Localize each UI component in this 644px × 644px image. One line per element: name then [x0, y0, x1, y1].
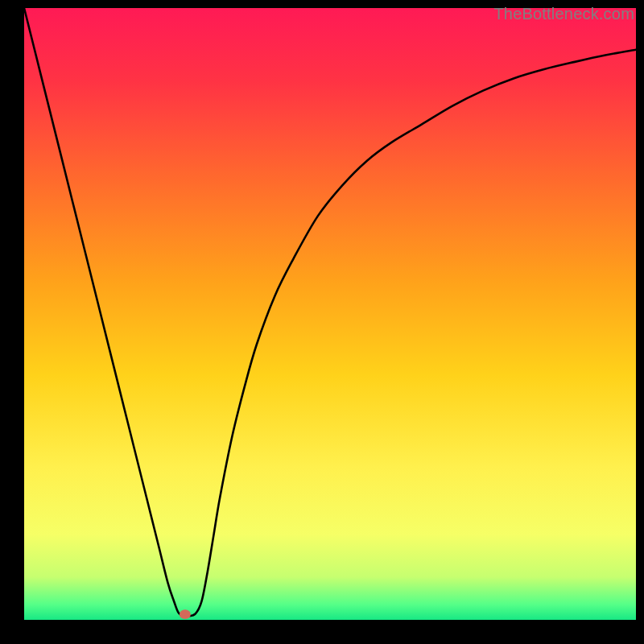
optimal-point-marker [180, 609, 191, 619]
bottleneck-chart [24, 8, 636, 620]
gradient-background [24, 8, 636, 620]
chart-frame: TheBottleneck.com [0, 0, 644, 644]
watermark-text: TheBottleneck.com [493, 5, 634, 23]
